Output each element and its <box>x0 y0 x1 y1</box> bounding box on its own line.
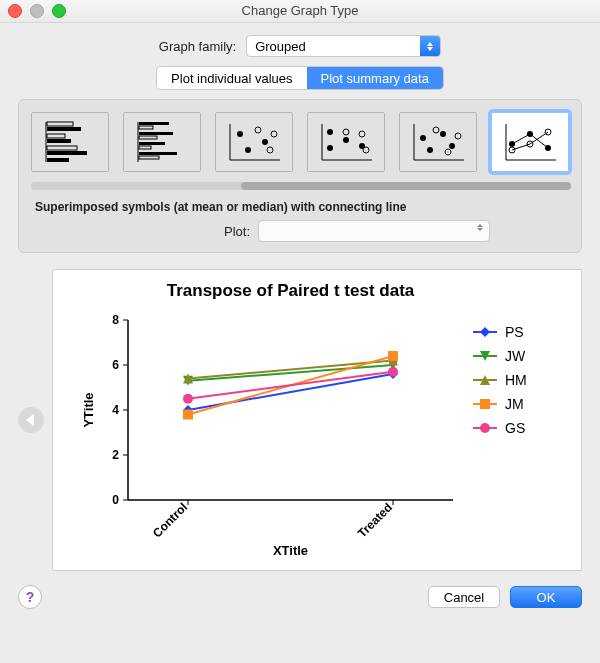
graph-type-hbar-b[interactable] <box>123 112 201 172</box>
svg-point-47 <box>545 145 551 151</box>
svg-text:4: 4 <box>112 403 119 417</box>
svg-text:6: 6 <box>112 358 119 372</box>
svg-point-45 <box>509 141 515 147</box>
plot-label: Plot: <box>110 224 250 239</box>
preview-prev-button[interactable] <box>18 407 44 433</box>
svg-rect-9 <box>139 122 169 125</box>
svg-point-27 <box>327 129 333 135</box>
svg-point-40 <box>433 127 439 133</box>
minimize-window-button <box>30 4 44 18</box>
svg-text:PS: PS <box>505 324 524 340</box>
svg-rect-16 <box>139 156 159 159</box>
thumbnail-scroll-track[interactable] <box>31 182 569 190</box>
graph-type-hbar-a[interactable] <box>31 112 109 172</box>
svg-point-36 <box>420 135 426 141</box>
dropdown-caret-icon <box>420 36 440 56</box>
svg-point-23 <box>267 147 273 153</box>
graph-family-dropdown[interactable]: Grouped <box>246 35 441 57</box>
svg-point-46 <box>527 131 533 137</box>
svg-point-42 <box>445 149 451 155</box>
svg-text:Control: Control <box>150 500 190 540</box>
svg-point-20 <box>245 147 251 153</box>
svg-text:GS: GS <box>505 420 525 436</box>
svg-text:Treated: Treated <box>355 500 395 540</box>
svg-text:Transpose of Paired t test dat: Transpose of Paired t test data <box>167 281 415 300</box>
tab-plot-summary[interactable]: Plot summary data <box>307 67 443 89</box>
svg-rect-14 <box>139 146 151 149</box>
window-title: Change Graph Type <box>242 3 359 18</box>
svg-rect-10 <box>139 126 153 129</box>
svg-point-37 <box>427 147 433 153</box>
help-button[interactable]: ? <box>18 585 42 609</box>
svg-rect-13 <box>139 142 165 145</box>
svg-point-79 <box>388 367 398 377</box>
svg-rect-5 <box>47 146 77 150</box>
plot-mode-tabs: Plot individual values Plot summary data <box>18 67 582 89</box>
svg-text:8: 8 <box>112 313 119 327</box>
graph-type-scatter-c[interactable] <box>399 112 477 172</box>
dropdown-caret-icon <box>477 224 483 231</box>
svg-text:JW: JW <box>505 348 526 364</box>
svg-rect-3 <box>47 134 65 138</box>
help-icon: ? <box>26 589 35 605</box>
svg-text:XTitle: XTitle <box>273 543 308 558</box>
cancel-button[interactable]: Cancel <box>428 586 500 608</box>
svg-rect-4 <box>47 139 71 143</box>
graph-type-scatter-a[interactable] <box>215 112 293 172</box>
thumbnail-scroll-thumb[interactable] <box>241 182 571 190</box>
tab-plot-individual[interactable]: Plot individual values <box>157 67 306 89</box>
svg-text:YTitle: YTitle <box>81 392 96 427</box>
traffic-lights <box>8 4 66 18</box>
svg-marker-81 <box>480 327 490 337</box>
svg-point-28 <box>327 145 333 151</box>
svg-rect-76 <box>183 410 193 420</box>
graph-type-scatter-b[interactable] <box>307 112 385 172</box>
svg-point-30 <box>343 129 349 135</box>
zoom-window-button[interactable] <box>52 4 66 18</box>
svg-point-93 <box>480 423 490 433</box>
svg-text:0: 0 <box>112 493 119 507</box>
svg-rect-90 <box>480 399 490 409</box>
titlebar: Change Graph Type <box>0 0 600 23</box>
chevron-left-icon <box>26 414 34 426</box>
svg-rect-7 <box>47 158 69 162</box>
svg-rect-15 <box>139 152 177 155</box>
svg-text:JM: JM <box>505 396 524 412</box>
plot-dropdown[interactable] <box>258 220 490 242</box>
svg-rect-12 <box>139 136 157 139</box>
graph-type-caption: Superimposed symbols (at mean or median)… <box>35 200 569 214</box>
svg-point-33 <box>363 147 369 153</box>
graph-type-thumbnails <box>31 112 569 172</box>
svg-point-24 <box>271 131 277 137</box>
svg-point-19 <box>237 131 243 137</box>
svg-rect-77 <box>388 351 398 361</box>
ok-button[interactable]: OK <box>510 586 582 608</box>
graph-type-panel: Superimposed symbols (at mean or median)… <box>18 99 582 253</box>
svg-point-22 <box>255 127 261 133</box>
graph-family-row: Graph family: Grouped <box>18 35 582 57</box>
svg-rect-1 <box>47 122 73 126</box>
svg-text:HM: HM <box>505 372 527 388</box>
svg-point-38 <box>440 131 446 137</box>
svg-point-21 <box>262 139 268 145</box>
svg-point-78 <box>183 394 193 404</box>
svg-point-29 <box>343 137 349 143</box>
svg-rect-11 <box>139 132 173 135</box>
graph-type-connected-symbols[interactable] <box>491 112 569 172</box>
svg-rect-6 <box>47 151 87 155</box>
svg-point-39 <box>449 143 455 149</box>
graph-preview: Transpose of Paired t test data02468Cont… <box>52 269 582 571</box>
graph-family-label: Graph family: <box>159 39 236 54</box>
svg-point-41 <box>455 133 461 139</box>
svg-point-32 <box>359 131 365 137</box>
svg-text:2: 2 <box>112 448 119 462</box>
svg-rect-2 <box>47 127 81 131</box>
close-window-button[interactable] <box>8 4 22 18</box>
